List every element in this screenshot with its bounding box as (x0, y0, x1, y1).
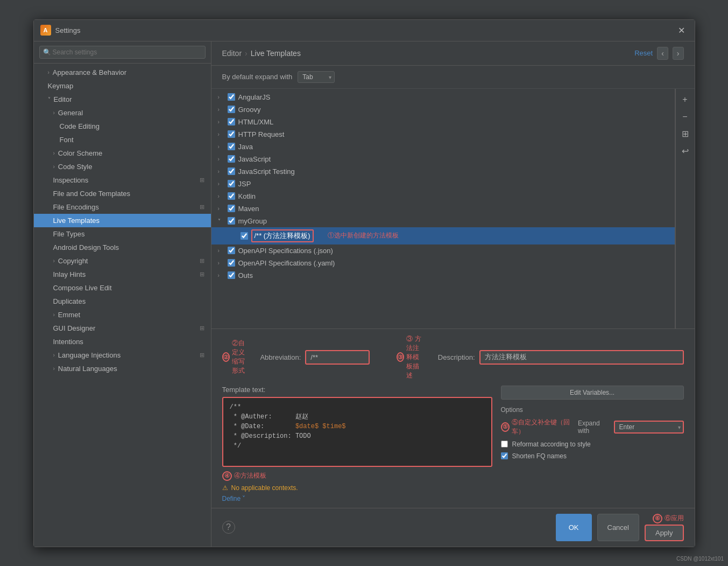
tpl-row-java[interactable]: › Java (211, 141, 675, 153)
sidebar-item-editor[interactable]: ˅ Editor (34, 93, 211, 106)
abbr-desc-row: ② ②自定义缩写形式 Abbreviation: ③ ③ 方法注释模板描述 De… (222, 334, 684, 380)
breadcrumb-current: Live Templates (251, 49, 301, 58)
sidebar-item-label: Copyright (58, 257, 88, 265)
sidebar-item-android-design[interactable]: Android Design Tools (34, 241, 211, 254)
sidebar-item-color-scheme[interactable]: › Color Scheme (34, 146, 211, 160)
tpl-row-jstesting[interactable]: › JavaScript Testing (211, 165, 675, 178)
add-template-button[interactable]: + (677, 92, 692, 107)
sidebar-item-file-code-templates[interactable]: File and Code Templates (34, 187, 211, 200)
sidebar-item-live-templates[interactable]: Live Templates (34, 214, 211, 227)
header-actions: Reset ‹ › (634, 47, 683, 60)
sidebar-item-gui-designer[interactable]: GUI Designer ⊞ (34, 322, 211, 335)
close-button[interactable]: ✕ (675, 24, 688, 37)
nav-forward-button[interactable]: › (673, 47, 684, 60)
expand-select[interactable]: Tab Enter Space (298, 71, 335, 83)
tpl-row-mygroup[interactable]: ˅ myGroup (211, 215, 675, 227)
tpl-row-maven[interactable]: › Maven (211, 202, 675, 215)
sidebar-item-label: Live Templates (53, 216, 100, 225)
sidebar-item-emmet[interactable]: › Emmet (34, 308, 211, 322)
edit-variables-button[interactable]: Edit Variables... (501, 386, 684, 400)
expand-with-select-wrapper: Default (Tab) Enter Tab Space ▾ (614, 421, 684, 434)
sidebar-item-duplicates[interactable]: Duplicates (34, 295, 211, 308)
cancel-button[interactable]: Cancel (597, 514, 639, 541)
annotation-3: ③ ③ 方法注释模板描述 (397, 334, 423, 380)
template-action-buttons: + − ⊞ ↩ (675, 89, 695, 329)
shorten-checkbox[interactable] (501, 452, 508, 459)
sidebar-item-file-types[interactable]: File Types (34, 227, 211, 241)
tpl-row-outs[interactable]: › Outs (211, 269, 675, 282)
ok-button[interactable]: OK (556, 514, 592, 541)
tpl-row-groovy[interactable]: › Groovy (211, 103, 675, 116)
reformat-checkbox[interactable] (501, 441, 508, 448)
sidebar-item-file-encodings[interactable]: File Encodings ⊞ (34, 200, 211, 214)
sidebar-item-label: Font (60, 136, 74, 144)
annotation-4-row: ④ ④方法模板 (222, 471, 492, 481)
sidebar-item-font[interactable]: Font (34, 133, 211, 146)
tpl-name: OpenAPI Specifications (.json) (238, 247, 333, 255)
annotation-1: ①选中新创建的方法模板 (328, 231, 399, 240)
template-text-left: Template text: /** * @Auther: 赵赵 * @Date… (222, 386, 492, 502)
tpl-checkbox-httprequest[interactable] (228, 130, 235, 138)
tpl-name: Outs (238, 271, 253, 279)
reset-button[interactable]: Reset (634, 49, 653, 57)
chevron-icon: › (53, 258, 55, 264)
expand-with-select[interactable]: Default (Tab) Enter Tab Space (614, 421, 684, 434)
footer-buttons: OK Cancel ⑥ ⑥应用 Apply (556, 514, 684, 541)
tpl-checkbox-kotlin[interactable] (228, 192, 235, 200)
sidebar-item-keymap[interactable]: Keymap (34, 79, 211, 93)
description-input[interactable] (479, 350, 684, 365)
tpl-checkbox-openapi-yaml[interactable] (228, 259, 235, 267)
tpl-checkbox-htmlxml[interactable] (228, 118, 235, 125)
tpl-checkbox-java[interactable] (228, 143, 235, 150)
tpl-checkbox-groovy[interactable] (228, 106, 235, 113)
tpl-row-javascript[interactable]: › JavaScript (211, 153, 675, 165)
tpl-row-httprequest[interactable]: › HTTP Request (211, 128, 675, 141)
sidebar-item-general[interactable]: › General (34, 106, 211, 120)
tpl-checkbox-method-template[interactable] (241, 232, 248, 240)
copy-template-button[interactable]: ⊞ (677, 127, 692, 142)
sidebar-item-inlay-hints[interactable]: Inlay Hints ⊞ (34, 268, 211, 281)
tpl-name: Groovy (238, 106, 261, 114)
sidebar-item-label: File Types (53, 230, 85, 238)
sidebar-item-lang-injections[interactable]: › Language Injections ⊞ (34, 348, 211, 362)
sidebar-item-appearance[interactable]: › Appearance & Behavior (34, 66, 211, 79)
sidebar-item-intentions[interactable]: Intentions (34, 335, 211, 348)
tpl-row-openapi-yaml[interactable]: › OpenAPI Specifications (.yaml) (211, 257, 675, 269)
tpl-checkbox-jstesting[interactable] (228, 167, 235, 175)
tpl-row-htmlxml[interactable]: › HTML/XML (211, 116, 675, 128)
tpl-row-angularjs[interactable]: › AngularJS (211, 91, 675, 103)
template-code-box[interactable]: /** * @Auther: 赵赵 * @Date: $date$ $time$… (222, 397, 492, 467)
template-list: › AngularJS › Groovy › HTML/XML (211, 89, 675, 329)
sidebar-item-inspections[interactable]: Inspections ⊞ (34, 173, 211, 187)
sidebar-item-natural-lang[interactable]: › Natural Languages (34, 362, 211, 375)
editor-area: ② ②自定义缩写形式 Abbreviation: ③ ③ 方法注释模板描述 De… (211, 329, 695, 508)
tpl-row-kotlin[interactable]: › Kotlin (211, 190, 675, 202)
apply-button[interactable]: Apply (645, 525, 684, 541)
tpl-row-openapi-json[interactable]: › OpenAPI Specifications (.json) (211, 244, 675, 257)
nav-back-button[interactable]: ‹ (657, 47, 668, 60)
sidebar-item-label: Android Design Tools (53, 243, 119, 251)
tpl-row-method-template[interactable]: /** (方法注释模板) ①选中新创建的方法模板 (211, 227, 675, 244)
abbreviation-input[interactable] (305, 350, 370, 365)
restore-template-button[interactable]: ↩ (677, 144, 692, 159)
tpl-checkbox-outs[interactable] (228, 271, 235, 279)
badge: ⊞ (200, 177, 204, 184)
tpl-chevron-icon: › (218, 156, 224, 162)
tpl-row-jsp[interactable]: › JSP (211, 178, 675, 190)
search-input[interactable] (39, 46, 206, 59)
reformat-row: Reformat according to style (501, 441, 684, 448)
tpl-checkbox-javascript[interactable] (228, 155, 235, 163)
sidebar-item-code-style[interactable]: › Code Style (34, 160, 211, 173)
tpl-checkbox-maven[interactable] (228, 205, 235, 212)
tpl-checkbox-openapi-json[interactable] (228, 247, 235, 254)
help-button[interactable]: ? (222, 521, 235, 534)
sidebar-item-compose-live-edit[interactable]: Compose Live Edit (34, 281, 211, 295)
sidebar-item-copyright[interactable]: › Copyright ⊞ (34, 254, 211, 268)
define-link[interactable]: Define ˅ (222, 495, 492, 502)
sidebar-item-code-editing[interactable]: Code Editing (34, 120, 211, 133)
tpl-chevron-icon: › (218, 144, 224, 150)
tpl-checkbox-angularjs[interactable] (228, 93, 235, 101)
remove-template-button[interactable]: − (677, 109, 692, 124)
tpl-checkbox-jsp[interactable] (228, 180, 235, 187)
tpl-checkbox-mygroup[interactable] (228, 217, 235, 225)
